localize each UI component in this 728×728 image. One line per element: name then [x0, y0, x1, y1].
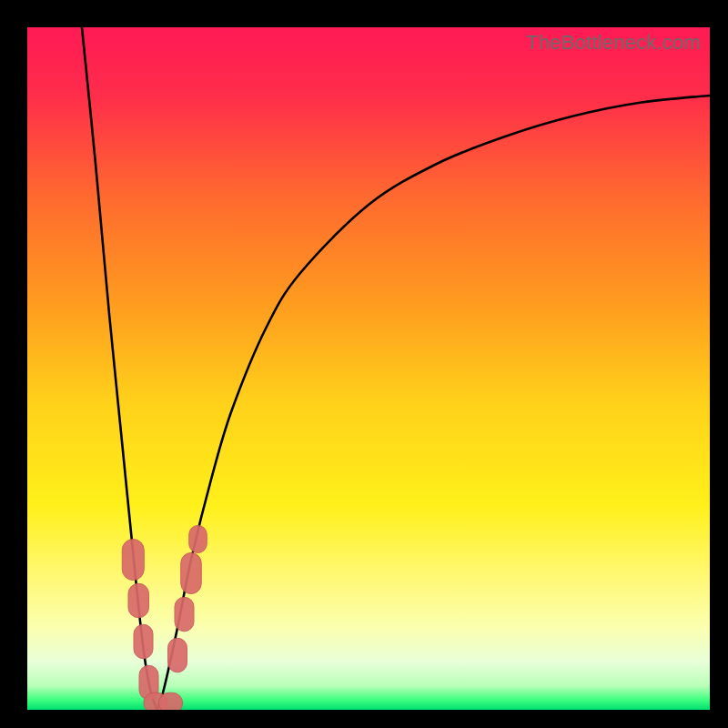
marker-point: [189, 526, 207, 553]
marker-point: [181, 553, 202, 594]
marker-point: [122, 540, 144, 581]
marker-point: [134, 624, 153, 659]
marker-point: [175, 597, 194, 632]
plot-area: TheBottleneck.com: [27, 27, 710, 710]
curve-right-branch: [157, 96, 711, 710]
watermark-text: TheBottleneck.com: [526, 31, 701, 55]
marker-point: [168, 638, 187, 672]
curves-layer: [27, 27, 710, 710]
marker-point: [128, 583, 149, 618]
chart-frame: TheBottleneck.com: [0, 0, 728, 728]
marker-point: [158, 693, 182, 710]
